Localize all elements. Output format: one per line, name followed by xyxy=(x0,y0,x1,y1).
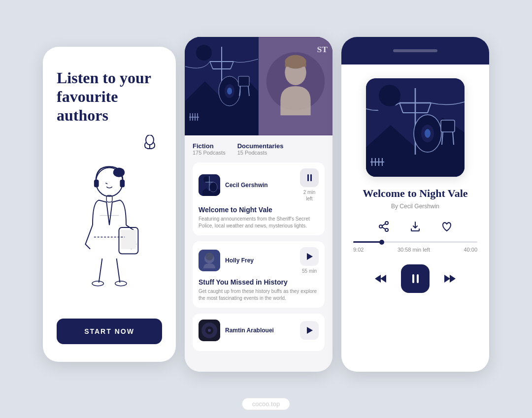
time-current: 9:02 xyxy=(353,247,364,253)
svg-line-13 xyxy=(117,258,120,283)
author-3: Ramtin Arablouei xyxy=(225,327,274,334)
player-header xyxy=(341,37,489,64)
headline-line2: favourite xyxy=(57,88,118,105)
docs-label: Documentaries xyxy=(237,142,284,150)
mic-icon xyxy=(142,135,157,155)
album-art xyxy=(366,78,465,177)
svg-line-81 xyxy=(382,227,386,229)
svg-text:ST: ST xyxy=(317,44,328,54)
night-vale-art-left xyxy=(185,37,259,135)
podcast-right-1: 2 minleft xyxy=(300,168,319,202)
svg-line-80 xyxy=(382,224,386,225)
history-thumb xyxy=(199,250,220,271)
svg-rect-11 xyxy=(121,230,136,249)
svg-rect-7 xyxy=(120,179,125,187)
podcast-list-body: Fiction 175 Podcasts Documentaries 15 Po… xyxy=(185,135,332,372)
fiction-label: Fiction xyxy=(193,142,226,150)
category-row: Fiction 175 Podcasts Documentaries 15 Po… xyxy=(193,142,325,156)
svg-point-49 xyxy=(209,182,217,192)
time-label-2: 55 min xyxy=(302,268,317,274)
podcast-item-ramtin: Ramtin Arablouei xyxy=(193,314,325,351)
podcast-right-3 xyxy=(300,321,319,340)
ctrl-pause-bar-2 xyxy=(417,274,419,283)
play-icon-3 xyxy=(307,327,313,334)
time-label-1: 2 minleft xyxy=(303,189,315,202)
svg-marker-84 xyxy=(444,275,450,283)
svg-point-52 xyxy=(205,253,213,260)
player-controls xyxy=(374,264,456,293)
pause-bar-1 xyxy=(307,174,309,181)
fiction-count: 175 Podcasts xyxy=(193,150,226,156)
ramtin-thumb xyxy=(199,320,220,341)
play-icon-2 xyxy=(307,253,313,260)
svg-point-29 xyxy=(227,88,232,95)
pause-button-1[interactable] xyxy=(300,168,319,187)
forward-button[interactable] xyxy=(443,272,456,285)
play-button-3[interactable] xyxy=(300,321,319,340)
player-title: Welcome to Night Vale xyxy=(351,187,479,200)
svg-point-56 xyxy=(208,329,211,332)
player-author: By Cecil Gershwin xyxy=(391,203,439,210)
pause-icon xyxy=(307,174,312,181)
svg-point-77 xyxy=(385,222,388,225)
stuffed-history-art: ST xyxy=(259,37,332,135)
rewind-button[interactable] xyxy=(374,272,387,285)
svg-point-45 xyxy=(203,176,209,182)
svg-point-68 xyxy=(425,129,431,138)
author-2: Holly Frey xyxy=(225,257,254,264)
podcast-item-nightvale: Cecil Gershwin 2 minleft Welcome to Nigh… xyxy=(193,162,325,235)
svg-point-79 xyxy=(385,228,388,231)
podcast-right-2: 55 min xyxy=(300,247,319,274)
headline: Listen to your favourite authors xyxy=(57,68,162,125)
headline-line1: Listen to your xyxy=(57,69,151,87)
time-left: 30:58 min left xyxy=(398,247,430,253)
svg-marker-85 xyxy=(450,275,456,283)
pause-bar-2 xyxy=(310,174,312,181)
watermark: cocoo.top xyxy=(242,398,290,410)
svg-marker-83 xyxy=(375,275,381,283)
svg-point-78 xyxy=(379,225,382,228)
svg-rect-69 xyxy=(441,120,455,132)
headline-line3: authors xyxy=(57,106,108,124)
nightvale-thumb xyxy=(199,174,220,196)
player-card: Welcome to Night Vale By Cecil Gershwin xyxy=(341,37,489,372)
category-fiction: Fiction 175 Podcasts xyxy=(193,142,226,156)
time-total: 40:00 xyxy=(464,247,477,253)
docs-count: 15 Podcasts xyxy=(237,150,284,156)
podcast-left-3: Ramtin Arablouei xyxy=(199,320,274,341)
progress-bar-container xyxy=(353,241,477,243)
svg-marker-82 xyxy=(380,275,386,283)
device-container: Listen to your favourite authors xyxy=(0,0,532,418)
like-button[interactable] xyxy=(440,220,454,233)
progress-track[interactable] xyxy=(353,241,477,243)
podcast-header-art: ST xyxy=(185,37,332,135)
podcast-left-2: Holly Frey xyxy=(199,250,254,271)
onboarding-card: Listen to your favourite authors xyxy=(43,47,176,362)
podcast-top-3: Ramtin Arablouei xyxy=(199,320,319,341)
main-pause-button[interactable] xyxy=(401,264,430,293)
podcast-top-1: Cecil Gershwin 2 minleft xyxy=(199,168,319,202)
svg-point-26 xyxy=(196,45,212,61)
svg-point-0 xyxy=(146,135,154,145)
podcast-top-2: Holly Frey 55 min xyxy=(199,247,319,274)
play-button-2[interactable] xyxy=(300,247,319,266)
progress-thumb xyxy=(379,240,384,245)
svg-line-12 xyxy=(99,258,102,283)
ctrl-pause-icon xyxy=(412,274,419,283)
podcast-title-2: Stuff You Missed in History xyxy=(199,278,319,286)
person-illustration xyxy=(57,130,162,311)
podcast-title-1: Welcome to Night Vale xyxy=(199,206,319,214)
start-now-button[interactable]: START NOW xyxy=(57,319,162,344)
progress-fill xyxy=(353,241,382,243)
time-row: 9:02 30:58 min left 40:00 xyxy=(353,247,477,253)
player-actions xyxy=(377,220,454,233)
ctrl-pause-bar-1 xyxy=(412,274,414,283)
category-documentaries: Documentaries 15 Podcasts xyxy=(237,142,284,156)
svg-rect-6 xyxy=(94,179,99,187)
player-notch xyxy=(393,49,437,52)
share-button[interactable] xyxy=(377,220,391,233)
author-1: Cecil Gershwin xyxy=(225,182,268,189)
podcast-list-card: ST Fiction 175 Podcasts Documentaries 15… xyxy=(185,37,332,372)
download-button[interactable] xyxy=(408,220,422,233)
svg-point-41 xyxy=(285,55,306,68)
